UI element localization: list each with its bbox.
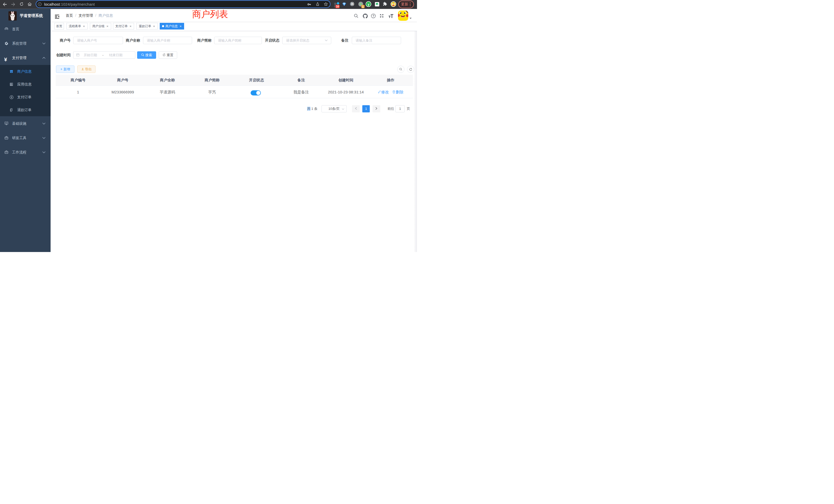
svg-text:y: y — [368, 2, 370, 6]
svg-text:10: 10 — [336, 5, 339, 8]
svg-text:1: 1 — [362, 5, 364, 8]
